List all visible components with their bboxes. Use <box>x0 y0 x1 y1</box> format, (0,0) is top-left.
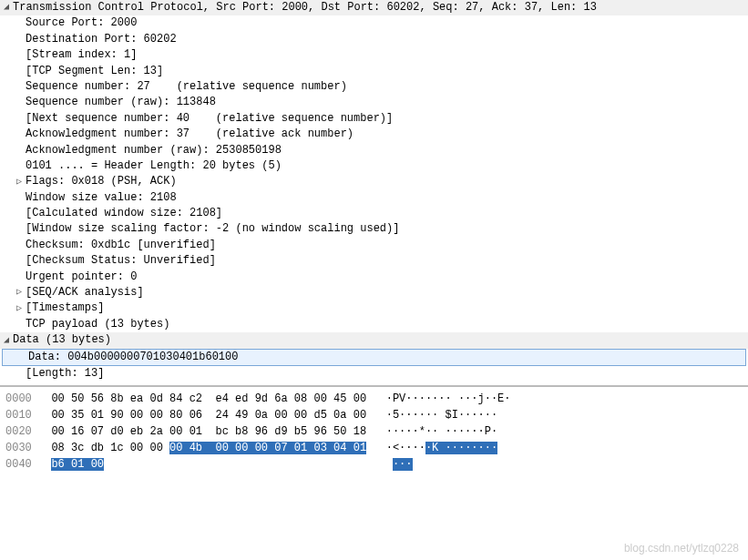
hex-row[interactable]: 0000 00 50 56 8b ea 0d 84 c2 e4 ed 9d 6a… <box>0 391 748 407</box>
field-timestamps[interactable]: ▷ [Timestamps] <box>0 300 748 316</box>
data-header-row[interactable]: ◢ Data (13 bytes) <box>0 332 748 348</box>
data-header-label: Data (13 bytes) <box>13 332 111 348</box>
hex-bytes-highlight: 00 4b 00 00 00 07 01 03 04 01 <box>169 442 366 454</box>
field-seq-raw[interactable]: Sequence number (raw): 113848 <box>0 95 748 110</box>
field-stream-index[interactable]: [Stream index: 1] <box>0 47 748 63</box>
hex-ascii: ·PV······· ···j··E· <box>386 392 511 405</box>
hex-row[interactable]: 0020 00 16 07 d0 eb 2a 00 01 bc b8 96 d9… <box>0 423 748 440</box>
field-calc-window[interactable]: [Calculated window size: 2108] <box>0 206 748 221</box>
field-tcp-payload[interactable]: TCP payload (13 bytes) <box>0 317 748 332</box>
field-window-scale[interactable]: [Window size scaling factor: -2 (no wind… <box>0 221 748 237</box>
collapse-icon[interactable]: ▷ <box>16 286 26 300</box>
hex-offset: 0000 <box>5 392 32 405</box>
field-seq-ack-analysis[interactable]: ▷ [SEQ/ACK analysis] <box>0 285 748 300</box>
hex-offset: 0010 <box>5 409 32 422</box>
field-header-length[interactable]: 0101 .... = Header Length: 20 bytes (5) <box>0 158 748 174</box>
hex-bytes: 00 50 56 8b ea 0d 84 c2 e4 ed 9d 6a 08 0… <box>51 392 366 405</box>
hex-ascii-plain: ·<···· <box>386 442 425 454</box>
hex-ascii: ·5······ $I······ <box>386 409 497 422</box>
field-seq[interactable]: Sequence number: 27 (relative sequence n… <box>0 79 748 95</box>
field-segment-len[interactable]: [TCP Segment Len: 13] <box>0 64 748 79</box>
hex-row[interactable]: 0030 08 3c db 1c 00 00 00 4b 00 00 00 07… <box>0 440 748 456</box>
hex-bytes: 00 16 07 d0 eb 2a 00 01 bc b8 96 d9 b5 9… <box>51 425 366 438</box>
field-src-port[interactable]: Source Port: 2000 <box>0 15 748 31</box>
field-window-size[interactable]: Window size value: 2108 <box>0 190 748 206</box>
collapse-icon[interactable]: ▷ <box>16 302 26 316</box>
packet-details-pane[interactable]: ◢ Transmission Control Protocol, Src Por… <box>0 0 748 382</box>
tcp-header-row[interactable]: ◢ Transmission Control Protocol, Src Por… <box>0 0 748 15</box>
tcp-summary: Transmission Control Protocol, Src Port:… <box>13 0 597 15</box>
field-next-seq[interactable]: [Next sequence number: 40 (relative sequ… <box>0 111 748 127</box>
hex-bytes-plain: 08 3c db 1c 00 00 <box>51 442 169 454</box>
hex-row[interactable]: 0010 00 35 01 90 00 00 80 06 24 49 0a 00… <box>0 407 748 423</box>
hex-ascii: ·····*·· ······P· <box>386 425 497 438</box>
expand-icon[interactable]: ◢ <box>4 1 13 15</box>
field-checksum-status[interactable]: [Checksum Status: Unverified] <box>0 253 748 269</box>
hex-ascii-highlight: ··· <box>393 458 413 471</box>
collapse-icon[interactable]: ▷ <box>16 176 26 189</box>
field-flags[interactable]: ▷ Flags: 0x018 (PSH, ACK) <box>0 174 748 189</box>
field-data-length[interactable]: [Length: 13] <box>0 366 748 382</box>
hex-row[interactable]: 0040 b6 01 00 ··· <box>0 456 748 473</box>
hex-offset: 0040 <box>5 458 32 471</box>
hex-offset: 0020 <box>5 425 32 438</box>
watermark-text: blog.csdn.net/ytlzq0228 <box>624 541 739 556</box>
hex-ascii-highlight: ·K ········ <box>425 442 497 454</box>
hex-bytes-highlight: b6 01 00 <box>51 458 104 471</box>
hex-dump-pane[interactable]: 0000 00 50 56 8b ea 0d 84 c2 e4 ed 9d 6a… <box>0 385 748 473</box>
field-dst-port[interactable]: Destination Port: 60202 <box>0 32 748 47</box>
field-ack-raw[interactable]: Acknowledgment number (raw): 2530850198 <box>0 143 748 158</box>
field-data-bytes[interactable]: Data: 004b0000000701030401b60100 <box>2 349 746 366</box>
field-checksum[interactable]: Checksum: 0xdb1c [unverified] <box>0 238 748 253</box>
field-urgent[interactable]: Urgent pointer: 0 <box>0 270 748 285</box>
field-ack[interactable]: Acknowledgment number: 37 (relative ack … <box>0 127 748 142</box>
hex-bytes: 00 35 01 90 00 00 80 06 24 49 0a 00 00 d… <box>51 409 366 422</box>
hex-offset: 0030 <box>5 442 32 454</box>
expand-icon[interactable]: ◢ <box>4 334 13 348</box>
